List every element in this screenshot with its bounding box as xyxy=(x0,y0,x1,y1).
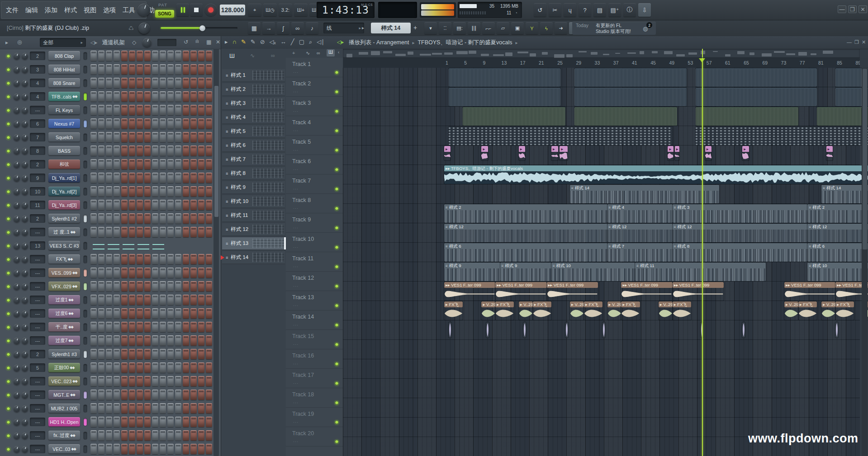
audio-clip[interactable] xyxy=(449,127,672,145)
track-name[interactable]: Track 3 xyxy=(292,100,311,106)
audio-clip[interactable] xyxy=(574,88,686,106)
track-options[interactable]: ··· xyxy=(293,381,299,385)
step-button[interactable] xyxy=(160,335,166,346)
channel-mute-indicator[interactable] xyxy=(84,229,87,236)
step-button[interactable] xyxy=(129,322,135,332)
channel-pan-knob[interactable] xyxy=(14,310,20,317)
step-button[interactable] xyxy=(129,64,135,75)
snap-selector[interactable]: 线▸ xyxy=(323,23,364,33)
step-button[interactable] xyxy=(190,132,197,142)
mic-icon[interactable]: ɥ xyxy=(564,3,576,17)
channel-button[interactable]: VFX..029◆◆ xyxy=(48,282,80,291)
channel-button[interactable]: 过度6◆◆ xyxy=(48,309,80,318)
track-name[interactable]: Track 1 xyxy=(292,61,311,67)
menu-选项[interactable]: 选项 xyxy=(103,6,116,14)
step-button[interactable] xyxy=(190,390,197,400)
countdown-icon[interactable]: 3.2: xyxy=(279,4,292,16)
step-button[interactable] xyxy=(106,78,112,88)
step-button[interactable] xyxy=(114,132,120,142)
slip-edit-icon[interactable]: ↔ xyxy=(280,38,286,46)
quick-render-icon[interactable]: ϟ xyxy=(540,22,553,34)
step-button[interactable] xyxy=(190,227,197,237)
audio-clip[interactable]: ▸ xyxy=(551,146,558,160)
step-button[interactable] xyxy=(137,64,143,75)
step-button[interactable] xyxy=(198,281,204,291)
pat-mode-label[interactable]: PAT xyxy=(158,3,167,7)
audio-clip[interactable]: ▸ V..29 xyxy=(570,301,584,320)
pattern-clip[interactable]: ≡样式 7 xyxy=(607,243,673,262)
step-button[interactable] xyxy=(121,146,128,156)
channel-led[interactable] xyxy=(6,149,10,153)
channel-target-number[interactable]: --- xyxy=(30,418,45,426)
step-button[interactable] xyxy=(152,335,158,346)
step-button[interactable] xyxy=(160,105,166,115)
channel-mute-indicator[interactable] xyxy=(84,80,87,87)
channel-button[interactable]: Squelch xyxy=(48,132,80,142)
channel-target-number[interactable]: 10 xyxy=(30,187,45,196)
step-button[interactable] xyxy=(167,186,174,197)
step-button[interactable] xyxy=(160,213,166,224)
channel-mute-indicator[interactable] xyxy=(84,188,87,195)
channel-led[interactable] xyxy=(6,353,10,357)
channel-pan-knob[interactable] xyxy=(14,175,20,181)
step-button[interactable] xyxy=(167,349,174,359)
step-button[interactable] xyxy=(137,118,143,129)
save-new-version-icon[interactable]: ▤⁺ xyxy=(608,3,621,17)
channel-button[interactable]: Nexus #7 xyxy=(48,119,80,128)
step-button[interactable] xyxy=(167,403,174,414)
step-button[interactable] xyxy=(90,390,97,400)
track-name[interactable]: Track 20 xyxy=(292,430,314,437)
step-button[interactable] xyxy=(167,322,174,332)
channel-target-number[interactable]: --- xyxy=(30,228,45,236)
channel-target-number[interactable]: 2 xyxy=(30,214,45,223)
step-button[interactable] xyxy=(106,64,112,75)
channel-target-number[interactable]: 2 xyxy=(30,350,45,358)
track-led[interactable] xyxy=(335,440,339,444)
step-button[interactable] xyxy=(129,91,135,102)
channel-led[interactable] xyxy=(6,366,10,370)
track-options[interactable]: ··· xyxy=(293,245,299,249)
step-button[interactable] xyxy=(160,186,166,197)
channel-button[interactable]: FL Keys xyxy=(48,105,80,115)
channel-pan-knob[interactable] xyxy=(14,378,20,385)
track-options[interactable]: ··· xyxy=(293,167,299,172)
channel-button[interactable]: Dj_Ya..rd[2] xyxy=(48,187,80,196)
step-button[interactable] xyxy=(98,64,104,75)
step-button[interactable] xyxy=(121,308,128,319)
step-button[interactable] xyxy=(129,78,135,88)
step-button[interactable] xyxy=(167,173,174,183)
channel-mute-indicator[interactable] xyxy=(84,66,87,73)
audio-clip[interactable]: ▸ V..29 xyxy=(607,301,621,320)
step-button[interactable] xyxy=(190,430,197,441)
channel-mute-indicator[interactable] xyxy=(84,364,87,371)
step-button[interactable] xyxy=(114,376,120,386)
step-button[interactable] xyxy=(160,362,166,373)
channel-filter-selector[interactable]: 全部▸ xyxy=(40,38,86,47)
step-button[interactable] xyxy=(129,362,135,373)
step-button[interactable] xyxy=(144,118,151,129)
step-button[interactable] xyxy=(198,444,204,454)
step-button[interactable] xyxy=(106,403,112,414)
step-button[interactable] xyxy=(167,91,174,102)
keyboard-editor-icon[interactable]: ▦ xyxy=(206,39,211,45)
step-button[interactable] xyxy=(90,308,97,319)
one-click-record-icon[interactable]: Y xyxy=(526,22,538,34)
step-button[interactable] xyxy=(90,322,97,332)
step-button[interactable] xyxy=(160,173,166,183)
channel-mute-indicator[interactable] xyxy=(84,269,87,277)
channel-button[interactable]: Dj_Ya..rd[1] xyxy=(48,173,80,183)
picker-automation-tab-icon[interactable]: ∞ xyxy=(271,52,275,59)
step-button[interactable] xyxy=(183,254,189,264)
step-button[interactable] xyxy=(198,173,204,183)
channel-target-number[interactable]: 4 xyxy=(30,79,45,87)
step-button[interactable] xyxy=(175,417,181,427)
channel-target-number[interactable]: --- xyxy=(30,445,45,453)
step-button[interactable] xyxy=(206,268,212,278)
undo-icon[interactable]: ↺ xyxy=(184,39,188,45)
step-button[interactable] xyxy=(129,146,135,156)
step-button[interactable] xyxy=(160,295,166,305)
pattern-clip[interactable]: ≡样式 12 xyxy=(807,224,868,242)
channel-led[interactable] xyxy=(6,54,10,58)
step-button[interactable] xyxy=(144,281,151,291)
step-button[interactable] xyxy=(152,362,158,373)
